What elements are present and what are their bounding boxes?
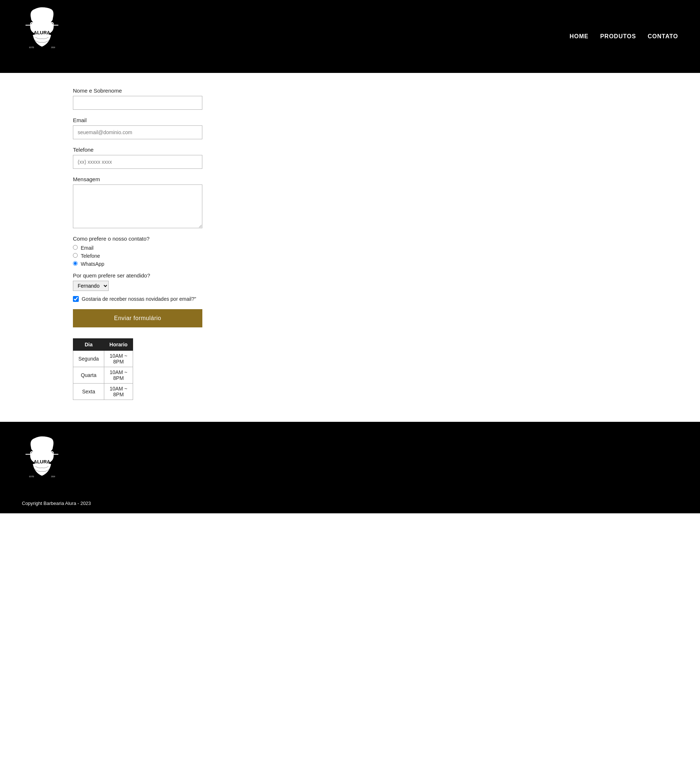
radio-email-group: Email xyxy=(73,245,627,251)
submit-button[interactable]: Enviar formulário xyxy=(73,309,202,327)
radio-email-label: Email xyxy=(81,245,93,251)
nav-produtos[interactable]: PRODUTOS xyxy=(600,33,636,40)
newsletter-label: Gostaria de receber nossas novidades por… xyxy=(82,296,196,302)
main-content: Nome e Sobrenome Email Telefone Mensagem… xyxy=(0,73,700,422)
newsletter-group: Gostaria de receber nossas novidades por… xyxy=(73,296,627,302)
day-segunda: Segunda xyxy=(73,351,104,367)
site-footer: ALURA ESTD 2019 Copyright Barbearia Alur… xyxy=(0,422,700,513)
nav-contato[interactable]: CONTATO xyxy=(648,33,678,40)
radio-whatsapp-group: WhatsApp xyxy=(73,261,627,267)
hours-segunda: 10AM ~ 8PM xyxy=(104,351,133,367)
schedule-col-day: Dia xyxy=(73,339,104,351)
footer-logo-icon: ALURA ESTD 2019 xyxy=(22,437,62,495)
svg-text:2019: 2019 xyxy=(51,475,55,478)
message-group: Mensagem xyxy=(73,176,627,228)
radio-whatsapp-label: WhatsApp xyxy=(81,261,104,267)
newsletter-checkbox[interactable] xyxy=(73,296,79,302)
attendant-group: Por quem prefere ser atendido? Fernando xyxy=(73,272,627,291)
phone-group: Telefone xyxy=(73,147,627,169)
svg-text:ESTD: ESTD xyxy=(29,475,34,478)
radio-telefone-group: Telefone xyxy=(73,253,627,259)
radio-telefone-label: Telefone xyxy=(81,253,100,259)
hours-sexta: 10AM ~ 8PM xyxy=(104,384,133,400)
radio-whatsapp[interactable] xyxy=(73,261,78,266)
logo-icon: ALURA ESTD 2019 xyxy=(22,7,62,66)
table-row: Segunda 10AM ~ 8PM xyxy=(73,351,133,367)
nav-home[interactable]: HOME xyxy=(569,33,588,40)
header-logo: ALURA ESTD 2019 xyxy=(22,7,62,66)
schedule-table: Dia Horario Segunda 10AM ~ 8PM Quarta 10… xyxy=(73,338,133,400)
email-label: Email xyxy=(73,117,627,123)
attendant-label: Por quem prefere ser atendido? xyxy=(73,272,627,278)
schedule-col-hours: Horario xyxy=(104,339,133,351)
radio-email[interactable] xyxy=(73,245,78,250)
footer-logo: ALURA ESTD 2019 xyxy=(22,437,62,495)
contact-pref-group: Como prefere o nosso contato? Email Tele… xyxy=(73,235,627,267)
day-sexta: Sexta xyxy=(73,384,104,400)
name-input[interactable] xyxy=(73,96,202,110)
site-header: ALURA ESTD 2019 HOME PRODUTOS CONTATO xyxy=(0,0,700,73)
name-group: Nome e Sobrenome xyxy=(73,88,627,110)
schedule-header-row: Dia Horario xyxy=(73,339,133,351)
name-label: Nome e Sobrenome xyxy=(73,88,627,94)
contact-pref-label: Como prefere o nosso contato? xyxy=(73,235,627,242)
message-textarea[interactable] xyxy=(73,184,202,228)
radio-telefone[interactable] xyxy=(73,253,78,258)
day-quarta: Quarta xyxy=(73,367,104,384)
svg-text:ESTD: ESTD xyxy=(29,46,34,48)
table-row: Sexta 10AM ~ 8PM xyxy=(73,384,133,400)
table-row: Quarta 10AM ~ 8PM xyxy=(73,367,133,384)
email-input[interactable] xyxy=(73,126,202,139)
phone-label: Telefone xyxy=(73,147,627,153)
attendant-select[interactable]: Fernando xyxy=(73,281,109,291)
hours-quarta: 10AM ~ 8PM xyxy=(104,367,133,384)
email-group: Email xyxy=(73,117,627,139)
message-label: Mensagem xyxy=(73,176,627,182)
svg-text:2019: 2019 xyxy=(51,46,55,48)
main-nav: HOME PRODUTOS CONTATO xyxy=(569,33,678,40)
footer-copyright: Copyright Barbearia Alura - 2023 xyxy=(22,501,91,506)
phone-input[interactable] xyxy=(73,155,202,169)
